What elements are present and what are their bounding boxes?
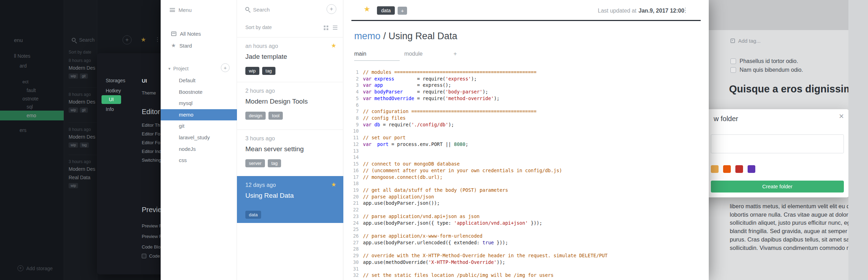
new-note-button[interactable]: + — [327, 4, 336, 14]
note-time: 12 days ago — [245, 182, 276, 188]
settings-item[interactable]: Editor Fo — [142, 131, 160, 136]
menu-button[interactable]: Menu — [170, 7, 192, 13]
add-tag-button[interactable]: + — [398, 7, 407, 15]
project-label: Project — [173, 66, 189, 71]
note-tag: tag — [268, 159, 281, 167]
color-swatch[interactable] — [711, 165, 719, 173]
note-time: 2 hours ago — [245, 88, 275, 94]
note-breadcrumb-title: memo/ Using Real Data — [354, 31, 457, 42]
settings-checkbox-label: Code B — [149, 253, 161, 259]
note-tags: designtool — [245, 112, 283, 120]
settings-item[interactable]: Preview F — [142, 223, 161, 229]
code-line: 25 — [343, 226, 709, 233]
project-tree-header[interactable]: ▾ Project — [168, 66, 189, 71]
breadcrumb-folder[interactable]: memo — [354, 31, 380, 41]
code-line: 13 — [343, 148, 709, 154]
code-line: 7// configuration ======================… — [343, 108, 709, 115]
tab-main[interactable]: main — [354, 51, 400, 61]
star-icon: ★ — [331, 42, 336, 49]
line-number: 2 — [343, 76, 359, 82]
sort-selector[interactable]: Sort by date — [245, 24, 272, 30]
code-line: 2var express = require('express'); — [343, 76, 709, 82]
code-line: 9var db = require('./config/db'); — [343, 121, 709, 128]
sidebar-folder-laravel_study[interactable]: laravel_study — [161, 132, 237, 144]
tab-module[interactable]: module — [404, 51, 422, 60]
color-swatch[interactable] — [748, 165, 755, 173]
code-line: 27app.use(bodyParser.urlencoded({ extend… — [343, 239, 709, 246]
color-swatch[interactable] — [735, 165, 743, 173]
settings-item[interactable]: Code Blo — [142, 244, 160, 250]
settings-panel-title: UI — [142, 78, 147, 84]
sidebar-folder-Boostnote[interactable]: Boostnote — [161, 86, 237, 98]
settings-theme-label[interactable]: Theme — [142, 90, 156, 96]
folder-list: DefaultBoostnotemysqlmemogitlaravel_stud… — [161, 75, 237, 166]
note-tag: data — [377, 6, 395, 15]
note-title: Mean server setting — [245, 145, 304, 153]
settings-checkbox-item[interactable]: Code B — [142, 253, 161, 259]
add-tab-button[interactable]: + — [453, 50, 457, 57]
settings-nav-ui-active[interactable]: UI — [102, 95, 121, 104]
line-number: 6 — [343, 102, 359, 108]
sidebar-folder-nodeJs[interactable]: nodeJs — [161, 144, 237, 155]
settings-item[interactable]: Preview F — [142, 234, 161, 239]
line-number: 26 — [343, 233, 359, 239]
sidebar-folder-memo[interactable]: memo — [161, 109, 237, 121]
note-title: Modern Design Tools — [245, 98, 308, 105]
line-number: 14 — [343, 154, 359, 161]
code-line: 1// modules ============================… — [343, 69, 709, 76]
folder-name-input[interactable] — [711, 134, 844, 153]
note-title-text: / Using Real Data — [383, 31, 457, 41]
note-menu-icon[interactable]: ⋮ — [682, 6, 688, 14]
modal-title: w folder — [714, 115, 738, 123]
note-tags: data + — [377, 6, 407, 15]
note-tag: server — [245, 159, 265, 167]
new-folder-modal: w folder × Create folder — [709, 109, 848, 197]
line-number: 31 — [343, 266, 359, 272]
settings-item[interactable]: Editor Ind — [142, 149, 161, 154]
star-toggle-icon[interactable]: ★ — [364, 5, 370, 13]
sidebar-folder-mysql[interactable]: mysql — [161, 98, 237, 109]
note-list-item[interactable]: 3 hours agoMean server settingservertag — [237, 130, 343, 176]
settings-nav-storages[interactable]: Storages — [106, 78, 125, 83]
code-line: 12var port = process.env.PORT || 8080; — [343, 141, 709, 148]
folder-color-swatches — [711, 165, 755, 173]
create-folder-button[interactable]: Create folder — [711, 181, 844, 192]
add-folder-button[interactable]: + — [221, 63, 230, 72]
line-number: 29 — [343, 252, 359, 259]
note-list: an hours ago★Jade templatewiptag2 hours … — [237, 37, 343, 223]
list-view-icon[interactable] — [333, 26, 337, 26]
settings-item[interactable]: Editor Th — [142, 122, 160, 128]
code-line: 10 — [343, 128, 709, 134]
code-editor[interactable]: 1// modules ============================… — [343, 69, 709, 280]
note-list-item[interactable]: 2 hours agoModern Design Toolsdesigntool — [237, 82, 343, 130]
note-list-item[interactable]: an hours ago★Jade templatewiptag — [237, 37, 343, 82]
checkbox-icon[interactable] — [142, 254, 146, 258]
line-number: 19 — [343, 187, 359, 194]
grid-view-icon[interactable] — [324, 26, 326, 27]
sidebar-item-all-notes[interactable]: All Notes — [171, 31, 201, 37]
sidebar-item-starred[interactable]: ★ Stard — [171, 42, 192, 49]
line-number: 15 — [343, 161, 359, 167]
settings-nav-info[interactable]: Info — [106, 106, 114, 112]
settings-item[interactable]: Switching — [142, 158, 161, 163]
starred-label: Stard — [179, 43, 192, 49]
search-input[interactable] — [253, 4, 320, 15]
line-number: 9 — [343, 121, 359, 128]
sidebar-folder-css[interactable]: css — [161, 155, 237, 166]
note-list-item[interactable]: 12 days ago★Using Real Datadata — [237, 176, 343, 223]
code-line: 16// (uncomment after you enter in your … — [343, 167, 709, 174]
settings-nav-hotkey[interactable]: Hotkey — [106, 88, 121, 93]
color-swatch[interactable] — [723, 165, 731, 173]
sidebar-folder-Default[interactable]: Default — [161, 75, 237, 86]
line-number: 3 — [343, 82, 359, 89]
code-line: 18 — [343, 180, 709, 187]
note-tag: design — [245, 112, 266, 120]
snippet-tabs: mainmodule+ — [354, 50, 457, 61]
settings-item[interactable]: Editor Fo — [142, 140, 160, 145]
sidebar-folder-git[interactable]: git — [161, 120, 237, 132]
line-number: 27 — [343, 239, 359, 246]
line-number: 17 — [343, 174, 359, 181]
close-icon[interactable]: × — [839, 111, 844, 121]
code-line: 19// get all data/stuff of the body (POS… — [343, 187, 709, 194]
all-notes-label: All Notes — [180, 31, 201, 37]
